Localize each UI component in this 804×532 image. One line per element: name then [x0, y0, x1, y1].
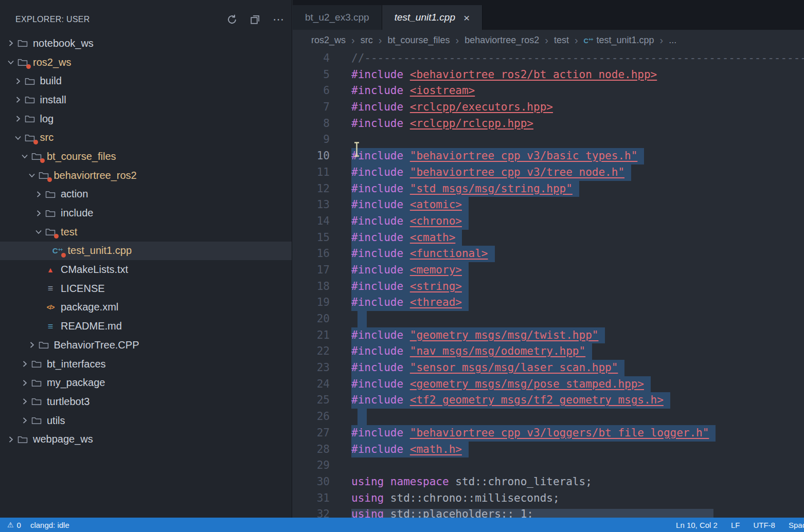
line-number[interactable]: 26	[293, 409, 330, 425]
chevron-right-icon[interactable]	[5, 434, 16, 445]
tree-item-webpage_ws[interactable]: webpage_ws	[0, 430, 292, 449]
line-number[interactable]: 21	[293, 327, 330, 344]
tree-item-log[interactable]: log	[0, 109, 292, 129]
code-line-15[interactable]: 15#include <cmath>	[293, 230, 804, 246]
code-line-text[interactable]: #include "std_msgs/msg/string.hpp"	[351, 181, 579, 197]
tree-item-turtlebot3[interactable]: turtlebot3	[0, 392, 292, 411]
tree-item-behaviortree_ros2[interactable]: behaviortree_ros2	[0, 166, 292, 185]
code-line-text[interactable]: #include <rclcpp/rclcpp.hpp>	[351, 116, 533, 132]
line-number[interactable]: 31	[293, 490, 330, 507]
code-line-4[interactable]: 4//-------------------------------------…	[293, 50, 804, 67]
chevron-right-icon[interactable]	[19, 415, 30, 426]
indentation-indicator[interactable]: Spaces	[789, 521, 804, 529]
encoding-indicator[interactable]: UTF-8	[753, 521, 775, 529]
tree-item-package.xml[interactable]: </>package.xml	[0, 298, 292, 317]
code-line-16[interactable]: 16#include <functional>	[293, 246, 804, 262]
code-line-text[interactable]: #include "behaviortree_cpp_v3/loggers/bt…	[351, 425, 716, 442]
code-line-text[interactable]: //--------------------------------------…	[351, 50, 804, 67]
code-line-29[interactable]: 29	[293, 457, 804, 474]
code-line-text[interactable]: #include <tf2_geometry_msgs/tf2_geometry…	[351, 392, 670, 409]
tree-item-test_unit1.cpp[interactable]: C++test_unit1.cpp	[0, 242, 292, 261]
chevron-down-icon[interactable]	[5, 57, 16, 67]
tree-item-src[interactable]: src	[0, 128, 292, 147]
refresh-icon[interactable]	[226, 13, 238, 26]
code-line-7[interactable]: 7#include <rclcpp/executors.hpp>	[293, 99, 804, 116]
tree-item-utils[interactable]: utils	[0, 411, 292, 430]
code-line-text[interactable]: #include <geometry_msgs/msg/pose_stamped…	[351, 376, 651, 393]
clangd-status[interactable]: clangd: idle	[30, 521, 69, 529]
eol-indicator[interactable]: LF	[731, 521, 740, 529]
code-line-22[interactable]: 22#include "nav_msgs/msg/odometry.hpp"	[293, 343, 804, 360]
code-line-24[interactable]: 24#include <geometry_msgs/msg/pose_stamp…	[293, 376, 804, 393]
code-line-text[interactable]: using std::placeholders::_1;	[351, 506, 533, 518]
line-number[interactable]: 25	[293, 392, 330, 409]
code-line-13[interactable]: 13#include <atomic>	[293, 197, 804, 213]
code-line-text[interactable]: #include <string>	[351, 279, 469, 295]
chevron-down-icon[interactable]	[33, 227, 44, 237]
tree-item-action[interactable]: action	[0, 185, 292, 204]
tree-item-test[interactable]: test	[0, 223, 292, 242]
line-number[interactable]: 32	[293, 506, 330, 518]
code-line-30[interactable]: 30using namespace std::chrono_literals;	[293, 474, 804, 490]
tree-item-bt_course_files[interactable]: bt_course_files	[0, 147, 292, 166]
breadcrumb-item-test_unit1.cpp[interactable]: C++test_unit1.cpp	[584, 35, 654, 46]
breadcrumb-item-src[interactable]: src	[361, 35, 373, 46]
chevron-down-icon[interactable]	[19, 151, 30, 161]
tab-test_unit1.cpp[interactable]: test_unit1.cpp×	[382, 5, 483, 30]
code-line-21[interactable]: 21#include "geometry_msgs/msg/twist.hpp"	[293, 327, 804, 344]
line-number[interactable]: 17	[293, 262, 330, 279]
code-line-text[interactable]: #include <functional>	[351, 246, 495, 262]
code-line-text[interactable]: #include <chrono>	[351, 213, 469, 230]
code-line-text[interactable]: #include <behaviortree_ros2/bt_action_no…	[351, 67, 657, 83]
code-line-19[interactable]: 19#include <thread>	[293, 295, 804, 311]
tree-item-install[interactable]: install	[0, 90, 292, 109]
line-number[interactable]: 20	[293, 311, 330, 327]
line-number[interactable]: 24	[293, 376, 330, 393]
code-line-text[interactable]: #include "nav_msgs/msg/odometry.hpp"	[351, 343, 592, 360]
line-number[interactable]: 12	[293, 181, 330, 197]
chevron-right-icon[interactable]	[19, 396, 30, 407]
chevron-right-icon[interactable]	[19, 359, 30, 369]
line-number[interactable]: 29	[293, 457, 330, 474]
chevron-right-icon[interactable]	[5, 38, 16, 48]
code-line-10[interactable]: 10#include "behaviortree_cpp_v3/basic_ty…	[293, 148, 804, 164]
line-number[interactable]: 13	[293, 197, 330, 213]
breadcrumb-item-bt_course_files[interactable]: bt_course_files	[387, 35, 450, 46]
line-number[interactable]: 19	[293, 295, 330, 311]
chevron-right-icon[interactable]	[26, 340, 38, 350]
tree-item-my_package[interactable]: my_package	[0, 373, 292, 392]
tree-item-README.md[interactable]: ≡README.md	[0, 317, 292, 336]
line-number[interactable]: 28	[293, 442, 330, 458]
line-number[interactable]: 18	[293, 279, 330, 295]
chevron-right-icon[interactable]	[12, 76, 24, 86]
code-line-text[interactable]: #include <cmath>	[351, 230, 462, 246]
collapse-folders-icon[interactable]	[249, 13, 261, 26]
line-number[interactable]: 16	[293, 246, 330, 262]
line-number[interactable]: 30	[293, 474, 330, 490]
code-line-text[interactable]: using std::chrono::milliseconds;	[351, 490, 560, 507]
code-line-18[interactable]: 18#include <string>	[293, 279, 804, 295]
breadcrumb-item-test[interactable]: test	[554, 35, 569, 46]
problems-indicator[interactable]: ⚠ 0	[7, 521, 21, 529]
breadcrumb-item-...[interactable]: ...	[669, 35, 676, 46]
line-number[interactable]: 4	[293, 50, 330, 67]
line-number[interactable]: 11	[293, 164, 330, 181]
line-number[interactable]: 27	[293, 425, 330, 442]
tree-item-CMakeLists.txt[interactable]: ▲CMakeLists.txt	[0, 260, 292, 279]
chevron-down-icon[interactable]	[12, 133, 24, 143]
code-line-9[interactable]: 9	[293, 132, 804, 148]
chevron-right-icon[interactable]	[12, 95, 24, 105]
code-line-text[interactable]: #include "sensor_msgs/msg/laser_scan.hpp…	[351, 360, 624, 376]
code-line-26[interactable]: 26	[293, 409, 804, 425]
code-line-14[interactable]: 14#include <chrono>	[293, 213, 804, 230]
code-line-20[interactable]: 20	[293, 311, 804, 327]
code-line-6[interactable]: 6#include <iostream>	[293, 83, 804, 99]
code-line-12[interactable]: 12#include "std_msgs/msg/string.hpp"	[293, 181, 804, 197]
code-line-text[interactable]: #include "behaviortree_cpp_v3/tree_node.…	[351, 164, 631, 181]
chevron-right-icon[interactable]	[33, 189, 44, 199]
code-line-5[interactable]: 5#include <behaviortree_ros2/bt_action_n…	[293, 67, 804, 83]
code-line-17[interactable]: 17#include <memory>	[293, 262, 804, 279]
line-number[interactable]: 7	[293, 99, 330, 116]
tree-item-LICENSE[interactable]: ≡LICENSE	[0, 279, 292, 298]
code-line-23[interactable]: 23#include "sensor_msgs/msg/laser_scan.h…	[293, 360, 804, 376]
